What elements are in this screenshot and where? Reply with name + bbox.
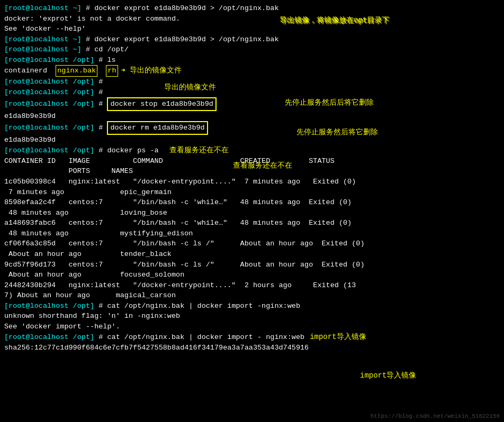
output-2: docker: 'exprot' is not a docker command… [4, 14, 180, 24]
line-12: [root@localhost /opt] # docker rm e1da8b… [4, 121, 500, 135]
prompt-4: [root@localhost ~] [4, 34, 82, 45]
table-row-6b: 7) About an hour ago magical_carson [4, 290, 500, 301]
hash-10: # [94, 99, 107, 109]
line-3: See 'docker --help' 导出镜像，将镜像放在opt目录下 [4, 24, 500, 34]
annotation-file: 导出的镜像文件 [130, 66, 182, 76]
cid-2: 8598efaa2c4f centos:7 "/bin/bash -c 'whi… [4, 197, 352, 208]
line-5: [root@localhost ~] # cd /opt/ [4, 44, 500, 55]
cmd-5: cd /opt/ [94, 44, 129, 55]
prompt-12: [root@localhost /opt] [4, 123, 94, 133]
hash-9: # [94, 87, 103, 98]
output-13: e1da8b9e3b9d [4, 135, 56, 145]
rh-box: rh [106, 65, 118, 77]
ports-6: 7) About an hour ago magical_carson [4, 290, 176, 301]
prompt-1: [root@localhost ~] [4, 3, 82, 14]
docker-rm-box: docker rm e1da8b9e3b9d [107, 121, 208, 135]
line-13: e1da8b9e3b9d [4, 135, 500, 145]
hash-1: # [82, 3, 94, 14]
ann-check-abs: 查看服务还在不在 [233, 160, 292, 171]
cid-1: 1c05b00398c4 nginx:latest "/docker-entry… [4, 177, 356, 187]
table-row-4b: About an hour ago tender_black [4, 249, 500, 260]
cid-4: cf06f6a3c85d centos:7 "/bin/bash -c ls /… [4, 238, 365, 249]
output-11: e1da8b9e3b9d [4, 111, 56, 122]
table-row-2a: 8598efaa2c4f centos:7 "/bin/bash -c 'whi… [4, 197, 500, 208]
hash-iw: # [94, 301, 107, 311]
cid-3: a148693fabc6 centos:7 "/bin/bash -c 'whi… [4, 218, 352, 228]
table-row-6a: 24482430b294 nginx:latest "/docker-entry… [4, 280, 500, 291]
line-7: containerd nginx.bak rh➜导出的镜像文件 [4, 65, 500, 77]
ports-1: 7 minutes ago epic_germain [4, 187, 172, 198]
terminal-window: [root@localhost ~] # docker exprot e1da8… [0, 0, 504, 422]
watermark: https://blog.csdn.net/weixin_51622156 [371, 412, 500, 421]
cmd-ic: cat /opt/nginx.bak | docker import - ngi… [107, 332, 304, 343]
prompt-9: [root@localhost /opt] [4, 87, 94, 98]
ports-3: 48 minutes ago mystifying_edison [4, 228, 193, 239]
nginx-box: nginx.bak [56, 65, 97, 77]
annotation-stop: 先停止服务然后后将它删除 [285, 97, 374, 108]
ann-stop-abs: 先停止服务然后将它删除 [296, 127, 378, 137]
line-2: docker: 'exprot' is not a docker command… [4, 14, 500, 24]
line-8: [root@localhost /opt] # [4, 77, 500, 87]
line-import-err1: unknown shorthand flag: 'n' in -nginx:we… [4, 311, 500, 322]
line-14: [root@localhost /opt] # docker ps -a查看服务… [4, 145, 500, 156]
annotation-check: 查看服务还在不在 [169, 145, 229, 155]
ports-4: About an hour ago tender_black [4, 249, 172, 260]
ports-2: 48 minutes ago loving_bose [4, 208, 167, 218]
line-sha: sha256:12c77c1d990f684c6e7cfb7f5427558b8… [4, 343, 500, 353]
cid-6: 24482430b294 nginx:latest "/docker-entry… [4, 280, 356, 291]
hash-12: # [94, 123, 107, 133]
hash-ic: # [94, 332, 107, 343]
line-import-correct: [root@localhost /opt] # cat /opt/nginx.b… [4, 332, 500, 343]
containerd-label: containerd [4, 66, 56, 76]
prompt-6: [root@localhost /opt] [4, 55, 94, 66]
table-row-5a: 9cd57f96d173 centos:7 "/bin/bash -c ls /… [4, 260, 500, 270]
space-7 [97, 66, 106, 76]
hash-5: # [82, 44, 94, 55]
prompt-14: [root@localhost /opt] [4, 145, 94, 156]
prompt-iw: [root@localhost /opt] [4, 301, 94, 311]
line-10: [root@localhost /opt] # docker stop e1da… [4, 97, 500, 111]
hash-4: # [82, 34, 94, 45]
arrow-7: ➜ [121, 66, 125, 76]
cmd-4: docker export e1da8b9e3b9d > /opt/nginx.… [94, 34, 278, 45]
line-import-err2: See 'docker import --help'. [4, 322, 500, 332]
table-row-3b: 48 minutes ago mystifying_edison [4, 228, 500, 239]
hash-6: # [94, 55, 107, 66]
hash-14: # [94, 145, 107, 156]
col-container-id: CONTAINER ID IMAGE COMMAND [4, 156, 240, 167]
output-3: See 'docker --help' [4, 24, 86, 34]
line-1: [root@localhost ~] # docker exprot e1da8… [4, 3, 500, 14]
output-iw2: See 'docker import --help'. [4, 322, 120, 332]
col-ports: PORTS NAMES [4, 166, 133, 177]
stop-section: [root@localhost /opt] # docker stop e1da… [4, 97, 500, 145]
cid-5: 9cd57f96d173 centos:7 "/bin/bash -c ls /… [4, 260, 365, 270]
cmd-iw: cat /opt/nginx.bak | docker import -ngin… [107, 301, 300, 311]
output-iw1: unknown shorthand flag: 'n' in -nginx:we… [4, 311, 180, 322]
table-row-4a: cf06f6a3c85d centos:7 "/bin/bash -c ls /… [4, 238, 500, 249]
line-9: [root@localhost /opt] # [4, 87, 500, 98]
cmd-6: ls [107, 55, 115, 66]
table-row-5b: About an hour ago focused_solomon [4, 270, 500, 280]
prompt-10: [root@localhost /opt] [4, 99, 94, 109]
ann-import-abs: import导入镜像 [360, 370, 416, 381]
prompt-8: [root@localhost /opt] [4, 77, 94, 87]
docker-stop-box: docker stop e1da8b9e3b9d [107, 97, 216, 111]
prompt-ic: [root@localhost /opt] [4, 332, 94, 343]
line-import-wrong: [root@localhost /opt] # cat /opt/nginx.b… [4, 301, 500, 311]
table-row-3a: a148693fabc6 centos:7 "/bin/bash -c 'whi… [4, 218, 500, 228]
line-4: [root@localhost ~] # docker export e1da8… [4, 34, 500, 45]
ports-5: About an hour ago focused_solomon [4, 270, 184, 280]
ann-export-abs: 导出镜像，将镜像放在opt目录下 [280, 15, 389, 25]
line-6: [root@localhost /opt] # ls [4, 55, 500, 66]
table-row-2b: 48 minutes ago loving_bose [4, 208, 500, 218]
line-11: e1da8b9e3b9d [4, 111, 500, 122]
cmd-1: docker exprot e1da8b9e3b9d > /opt/nginx.… [94, 3, 278, 14]
sha-output: sha256:12c77c1d990f684c6e7cfb7f5427558b8… [4, 343, 309, 353]
table-row-1a: 1c05b00398c4 nginx:latest "/docker-entry… [4, 177, 500, 187]
hash-8: # [94, 77, 103, 87]
prompt-5: [root@localhost ~] [4, 44, 82, 55]
table-row-1b: 7 minutes ago epic_germain [4, 187, 500, 198]
ann-file-abs: 导出的镜像文件 [164, 82, 216, 93]
annotation-import: import导入镜像 [310, 332, 366, 342]
cmd-14: docker ps -a [107, 145, 158, 156]
